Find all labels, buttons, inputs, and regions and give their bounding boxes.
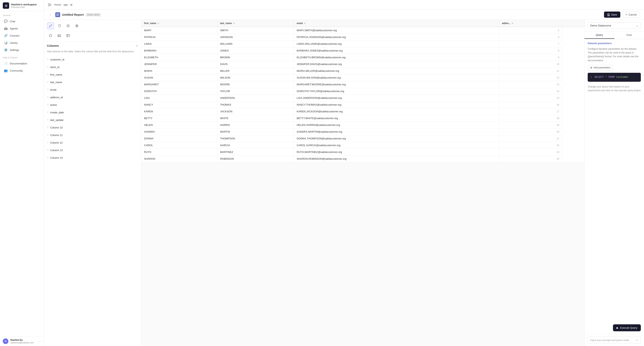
back-button[interactable]: ← — [48, 12, 53, 17]
edit-column-button[interactable]: ✏️ — [122, 148, 127, 153]
delete-column-button[interactable]: 🗑 — [133, 148, 138, 153]
sidebar-item-settings[interactable]: ⚙️ Settings — [1, 46, 42, 53]
visibility-toggle-button[interactable]: 👁 — [128, 57, 132, 62]
edit-column-button[interactable]: ✏️ — [122, 125, 127, 130]
edit-column-button[interactable]: ✏️ — [122, 110, 127, 115]
image-chart-button[interactable] — [56, 32, 63, 39]
save-button[interactable]: Save — [604, 11, 620, 18]
prompt-input[interactable]: Input your prompt and press enter ↵ — [588, 337, 641, 344]
edit-column-button[interactable]: ✏️ — [122, 87, 127, 92]
edit-column-button[interactable]: ✏️ — [122, 72, 127, 77]
sidebar-toggle-button[interactable] — [47, 2, 52, 7]
column-row[interactable]: ⠿ Column 13 ✏️ 👁 🗑 — [45, 146, 140, 154]
edit-column-button[interactable]: ✏️ — [122, 57, 127, 62]
visibility-toggle-button[interactable]: 👁 — [128, 72, 132, 77]
visibility-toggle-button[interactable]: 👁 — [128, 110, 132, 115]
edit-column-button[interactable]: ✏️ — [122, 140, 127, 145]
table-column-header[interactable]: last_name⇅ — [217, 20, 294, 27]
edit-column-button[interactable]: ✏️ — [122, 80, 127, 84]
table-column-header[interactable]: first_name⇅ — [141, 20, 217, 27]
breadcrumb-home[interactable]: Home — [54, 3, 61, 6]
table-column-header[interactable]: addre...⇅ — [499, 20, 562, 27]
delete-column-button[interactable]: 🗑 — [133, 110, 138, 115]
query-editor[interactable]: 1SELECT * FROM customer — [588, 73, 641, 82]
sidebar-item-community[interactable]: 👥 Community — [1, 67, 42, 74]
sidebar-item-documentation[interactable]: 📄 Documentation — [1, 60, 42, 67]
sort-icon[interactable]: ⇅ — [158, 22, 159, 24]
tab-query[interactable]: Query — [584, 31, 614, 39]
delete-column-button[interactable]: 🗑 — [133, 155, 138, 160]
pie-chart-button[interactable] — [64, 22, 72, 29]
user-profile-area[interactable]: H Hashim Ea hashimea@outlook.com ⌄ — [0, 336, 44, 346]
sidebar-item-library[interactable]: 📊 Library — [1, 39, 42, 46]
visibility-toggle-button[interactable]: 👁 — [128, 95, 132, 100]
sidebar-item-connect[interactable]: 🔗 Connect — [1, 32, 42, 39]
breadcrumb-app[interactable]: app — [64, 3, 68, 6]
table-row: ELIZABETHBROWNELIZABETH.BROWN@sakilacust… — [141, 54, 584, 61]
delete-column-button[interactable]: 🗑 — [133, 80, 138, 84]
visibility-toggle-button[interactable]: 👁 — [128, 102, 132, 107]
execute-query-button[interactable]: ▶ Execute Query — [613, 324, 641, 331]
sidebar-item-agents[interactable]: 🤖 Agents — [1, 25, 42, 32]
column-row[interactable]: ⠿ Column 14 ✏️ 👁 🗑 — [45, 154, 140, 161]
cell-last_name: MARTIN — [217, 128, 294, 135]
sort-icon[interactable]: ⇅ — [304, 22, 306, 24]
delete-column-button[interactable]: 🗑 — [133, 72, 138, 77]
column-row[interactable]: ⠿ Column 12 ✏️ 👁 🗑 — [45, 139, 140, 146]
refresh-button[interactable] — [56, 22, 63, 29]
visibility-toggle-button[interactable]: 👁 — [128, 148, 132, 153]
column-row[interactable]: ⠿ Column 10 ✏️ 👁 🗑 — [45, 124, 140, 131]
table-chart-button[interactable] — [64, 32, 72, 39]
delete-column-button[interactable]: 🗑 — [133, 95, 138, 100]
column-row[interactable]: ⠿ last_name ✏️ 👁 🗑 — [45, 78, 140, 86]
cancel-button[interactable]: ✕ Cancel — [622, 11, 640, 18]
columns-panel: Columns ∧ Add columns to the table. Sele… — [44, 20, 141, 346]
delete-column-button[interactable]: 🗑 — [133, 133, 138, 137]
user-chevron-icon[interactable]: ⌄ — [39, 340, 41, 343]
column-row[interactable]: ⠿ Column 11 ✏️ 👁 🗑 — [45, 131, 140, 139]
column-row[interactable]: ⠿ last_update ✏️ 👁 🗑 — [45, 116, 140, 124]
column-row[interactable]: ⠿ first_name ✏️ 👁 🗑 — [45, 71, 140, 78]
column-row[interactable]: ⠿ email ✏️ 👁 🗑 — [45, 86, 140, 93]
globe-chart-button[interactable] — [73, 22, 80, 29]
visibility-toggle-button[interactable]: 👁 — [128, 155, 132, 160]
edit-column-button[interactable]: ✏️ — [122, 95, 127, 100]
delete-column-button[interactable]: 🗑 — [133, 117, 138, 122]
scatter-chart-button[interactable] — [47, 22, 54, 29]
table-column-header[interactable]: email⇅ — [294, 20, 499, 27]
column-row[interactable]: ⠿ customer_id ✏️ 👁 🗑 — [45, 56, 140, 63]
columns-collapse-button[interactable]: ∧ — [136, 44, 138, 47]
add-parameters-button[interactable]: ⊞ Add parameters — [588, 65, 613, 70]
delete-column-button[interactable]: 🗑 — [133, 140, 138, 145]
pentagon-chart-button[interactable] — [47, 32, 54, 39]
visibility-toggle-button[interactable]: 👁 — [128, 65, 132, 69]
delete-column-button[interactable]: 🗑 — [133, 87, 138, 92]
workspace-chevron-icon[interactable]: ⌄ — [39, 4, 41, 7]
sort-icon[interactable]: ⇅ — [512, 22, 513, 24]
visibility-toggle-button[interactable]: 👁 — [128, 125, 132, 130]
tab-data[interactable]: Data — [614, 31, 644, 39]
edit-column-button[interactable]: ✏️ — [122, 155, 127, 160]
column-row[interactable]: ⠿ store_id ✏️ 👁 🗑 — [45, 63, 140, 71]
sort-icon[interactable]: ⇅ — [233, 22, 235, 24]
edit-column-button[interactable]: ✏️ — [122, 102, 127, 107]
edit-column-button[interactable]: ✏️ — [122, 65, 127, 69]
delete-column-button[interactable]: 🗑 — [133, 57, 138, 62]
report-title: Untitled Report — [62, 13, 84, 16]
sidebar-item-chat[interactable]: 💬 Chat — [1, 18, 42, 25]
visibility-toggle-button[interactable]: 👁 — [128, 133, 132, 137]
column-row[interactable]: ⠿ create_date ✏️ 👁 🗑 — [45, 109, 140, 116]
delete-column-button[interactable]: 🗑 — [133, 65, 138, 69]
delete-column-button[interactable]: 🗑 — [133, 102, 138, 107]
edit-column-button[interactable]: ✏️ — [122, 133, 127, 137]
visibility-toggle-button[interactable]: 👁 — [128, 140, 132, 145]
edit-column-button[interactable]: ✏️ — [122, 117, 127, 122]
visibility-toggle-button[interactable]: 👁 — [128, 80, 132, 84]
column-row[interactable]: ⠿ active ✏️ 👁 🗑 — [45, 101, 140, 109]
visibility-toggle-button[interactable]: 👁 — [128, 117, 132, 122]
data-table-scroll[interactable]: first_name⇅last_name⇅email⇅addre...⇅ MAR… — [141, 20, 584, 346]
visibility-toggle-button[interactable]: 👁 — [128, 87, 132, 92]
delete-column-button[interactable]: 🗑 — [133, 125, 138, 130]
column-row[interactable]: ⠿ address_id ✏️ 👁 🗑 — [45, 93, 140, 101]
datasource-select[interactable]: Demo Datasource ⌄ — [588, 22, 641, 29]
